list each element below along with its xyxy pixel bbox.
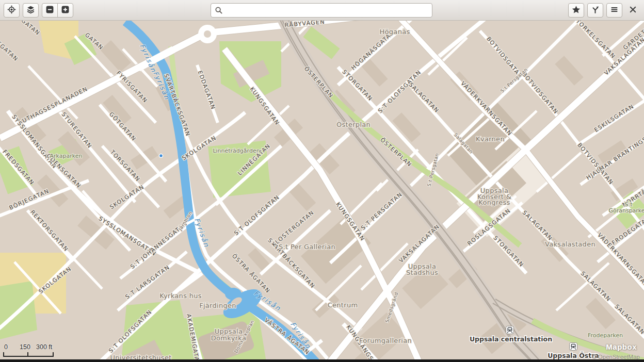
menu-icon [610,5,619,15]
mapbox-logo: Mapbox [606,342,637,351]
map-canvas[interactable]: LUTHAGSESPLANADENGATANGATANEGATANBÖRJEGA… [0,21,644,362]
scale-tick: 0 [4,343,8,351]
menu-button[interactable] [606,3,622,18]
scale-tick: 150 [20,343,30,351]
zoom-out-icon [45,5,54,15]
place-label: Centrum [328,301,358,309]
locate-icon [7,5,16,15]
place-label: Forumgallerian [359,337,412,344]
search-input[interactable] [211,3,432,18]
scale-tick: 300 ft [36,343,52,351]
gnome-maps-window: LUTHAGSESPLANADENGATANGATANEGATANBÖRJEGA… [0,0,644,362]
place-label: Höganäs [379,28,410,36]
train-station-icon [506,326,514,334]
scale-line [3,352,54,357]
headerbar [0,0,644,21]
map-viewport[interactable]: LUTHAGSESPLANADENGATANGATANEGATANBÖRJEGA… [0,21,644,362]
place-label: UppsalaStadshus [406,262,438,276]
place-label: Fjärdingen [199,302,236,309]
goto-current-location-button[interactable] [4,3,20,18]
place-label: Kyrkans hus [159,292,202,300]
favorites-star-icon [572,5,581,15]
search-field-wrap [211,3,432,18]
route-icon [591,5,600,15]
place-label: S:t Per Gallerian [279,243,335,251]
scale-bar: 0 150 300 ft [3,343,60,357]
place-label: Kvarnen [476,135,505,143]
place-label: UppsalaKonsert &Kongress [477,187,511,206]
layers-icon [26,5,35,15]
window-close-button[interactable] [625,3,640,18]
favorites-button[interactable] [568,3,584,18]
zoom-in-button[interactable] [57,3,73,18]
park-label: Arkaparken [50,153,83,159]
place-label: UppsalaDomkyrka [211,327,246,342]
place-label: Österplan [336,120,371,128]
poi-dot [159,154,163,158]
train-station-icon [570,343,577,351]
zoom-out-button[interactable] [42,3,58,18]
place-label: Vaksalastaden [545,240,595,248]
zoom-in-icon [61,5,70,15]
bottom-edge-strip [0,359,644,362]
park-label: Frodeparken [588,332,623,339]
zoom-controls [42,3,73,18]
header-actions-group [568,3,622,18]
close-icon [629,6,637,15]
route-button[interactable] [587,3,603,18]
station-label: Uppsala Östra [548,352,599,359]
roundabout [198,25,217,43]
layers-button[interactable] [23,3,39,18]
map-controls-group [4,3,73,18]
park-label: Linnéträdgården [213,147,260,154]
station-label: Uppsala centralstation [470,335,552,343]
